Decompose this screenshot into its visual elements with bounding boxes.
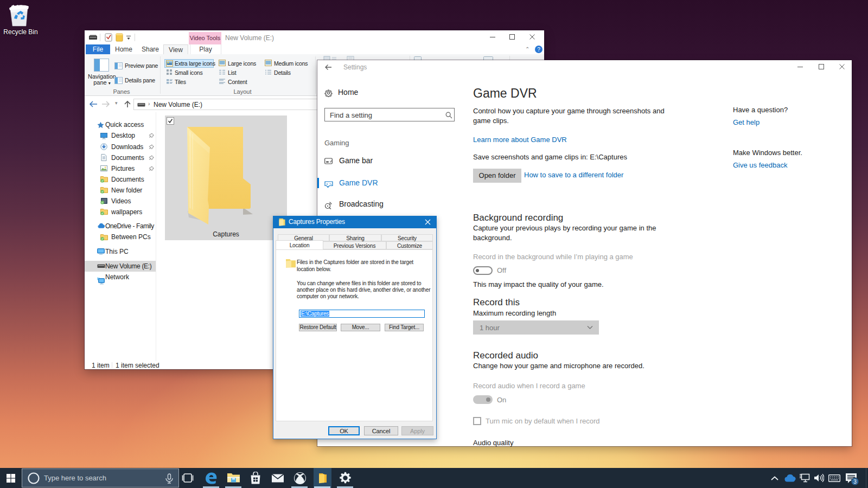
svg-text:3: 3 <box>853 479 857 485</box>
svg-text:?: ? <box>537 47 540 53</box>
